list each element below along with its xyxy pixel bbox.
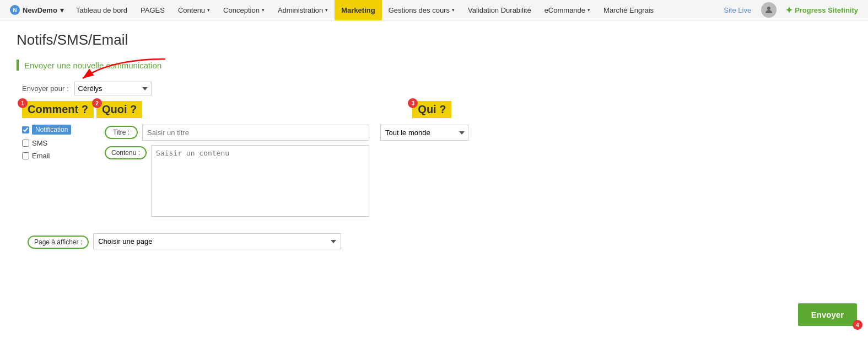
qui-select[interactable]: Tout le monde [380,125,468,141]
section-title: Envoyer une nouvelle communication [24,61,161,70]
email-row: Email [22,152,94,160]
section-bar [17,60,19,71]
brand-name: NewDemo [23,6,57,14]
titre-input[interactable] [142,125,369,141]
step2-wrapper: 2 Quoi ? [96,101,142,118]
progress-icon: ✦ [785,5,792,15]
sms-checkbox[interactable] [22,140,29,147]
qui-label: Qui ? [412,101,451,118]
notification-row: Notification [22,125,94,135]
titre-row: Titre : [105,125,369,141]
notification-checkbox[interactable] [22,126,29,133]
email-label: Email [32,152,50,160]
contenu-caret: ▾ [207,7,210,13]
page-title: Notifs/SMS/Email [17,31,851,49]
contenu-label: Contenu : [105,146,147,159]
conception-caret: ▾ [262,7,265,13]
nav-gestions[interactable]: Gestions des cours ▾ [382,0,461,20]
administration-caret: ▾ [325,7,328,13]
steps-labels-container: 1 Comment ? 2 Quoi ? 3 Qui ? [22,101,846,118]
email-checkbox[interactable] [22,152,29,159]
nav-ecommande[interactable]: eCommande ▾ [538,0,597,20]
progress-brand: ✦ Progress Sitefinity [780,5,864,15]
top-navigation: N NewDemo ▾ Tableau de bord PAGES Conten… [0,0,868,20]
nav-administration[interactable]: Administration ▾ [271,0,335,20]
contenu-textarea[interactable] [151,145,369,217]
site-live-link[interactable]: Site Live [717,6,758,14]
step1-wrapper: 1 Comment ? [22,101,94,118]
brand-logo[interactable]: N NewDemo ▾ [4,5,69,15]
cerelys-select[interactable]: Cérélys [74,82,152,95]
envoyer-pour-row: Envoyer pour : Cérélys [22,82,846,95]
sms-label: SMS [32,139,47,147]
envoyer-pour-label: Envoyer pour : [22,84,69,93]
step1-badge: 1 [18,98,28,108]
titre-label: Titre : [105,126,138,139]
page-afficher-label: Page à afficher : [28,236,89,249]
form-area: Envoyer pour : Cérélys 1 Comment ? 2 Quo… [17,82,851,249]
nav-pages[interactable]: PAGES [134,0,171,20]
sms-row: SMS [22,139,94,147]
comment-label: Comment ? [22,101,94,118]
nav-validation[interactable]: Validation Durabilité [461,0,538,20]
page-content: Notifs/SMS/Email Envoyer une nouvelle co… [0,20,868,260]
user-avatar[interactable] [761,2,777,18]
nav-conception[interactable]: Conception ▾ [217,0,271,20]
svg-point-0 [767,7,770,10]
qui-col: Tout le monde [380,125,468,141]
gestions-caret: ▾ [452,7,455,13]
nav-tableau[interactable]: Tableau de bord [69,0,134,20]
comment-col: Notification SMS Email [22,125,94,160]
contenu-row: Contenu : [105,145,369,217]
brand-caret: ▾ [60,6,64,14]
quoi-col: Titre : Contenu : [105,125,369,217]
quoi-label: Quoi ? [96,101,142,118]
ecommande-caret: ▾ [587,7,590,13]
step3-wrapper: 3 Qui ? [412,101,451,118]
page-select[interactable]: Choisir une page [93,233,341,249]
nav-marche[interactable]: Marché Engrais [597,0,660,20]
section-header: Envoyer une nouvelle communication [17,60,851,71]
nav-contenu[interactable]: Contenu ▾ [171,0,217,20]
brand-icon: N [10,5,20,15]
page-afficher-row: Page à afficher : Choisir une page [28,233,846,249]
nav-marketing[interactable]: Marketing [335,0,381,20]
step2-badge: 2 [92,98,102,108]
main-form-row: Notification SMS Email Titre : Co [22,125,846,217]
notification-label: Notification [32,125,71,135]
